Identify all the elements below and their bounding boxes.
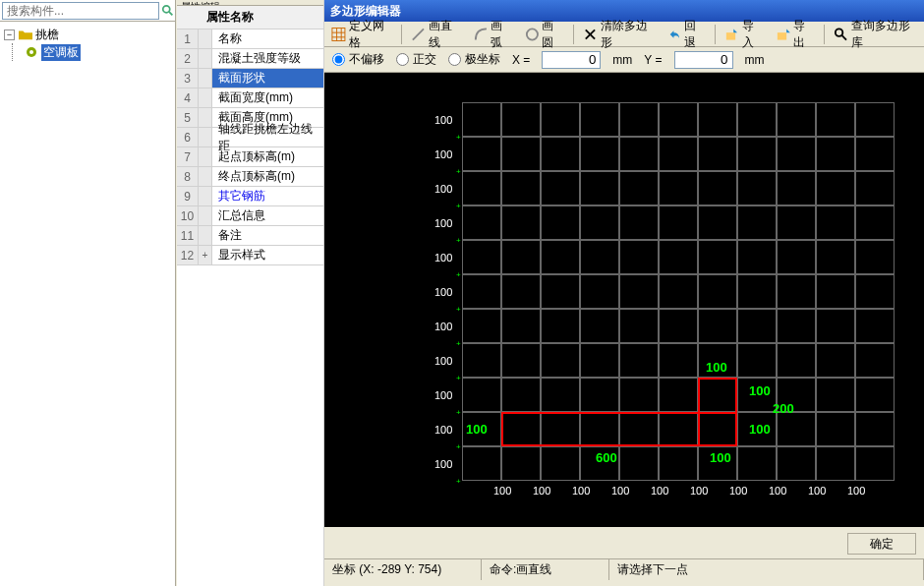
row-number: 1 <box>177 29 199 48</box>
tree-child[interactable]: 空调板 <box>25 43 175 61</box>
status-cmd: 命令:画直线 <box>482 559 609 580</box>
draw-arc-label: 画弧 <box>491 18 512 51</box>
polar-radio[interactable]: 极坐标 <box>448 51 500 68</box>
property-row[interactable]: 10汇总信息 <box>177 206 323 226</box>
status-prompt: 请选择下一点 <box>609 559 924 580</box>
statusbar: 坐标 (X: -289 Y: 754) 命令:画直线 请选择下一点 <box>324 558 924 580</box>
property-name: 汇总信息 <box>212 206 323 225</box>
tree-root[interactable]: − 挑檐 <box>4 26 175 43</box>
status-coord: 坐标 (X: -289 Y: 754) <box>324 559 482 580</box>
x-input[interactable] <box>542 51 601 69</box>
row-number: 8 <box>177 167 199 186</box>
gear-icon <box>25 46 38 58</box>
x-unit: mm <box>612 53 632 67</box>
property-row[interactable]: 12+显示样式 <box>177 246 323 265</box>
ok-button[interactable]: 确定 <box>847 533 916 555</box>
query-label: 查询多边形库 <box>851 18 917 51</box>
collapse-icon[interactable]: − <box>4 29 15 40</box>
folder-icon <box>19 29 32 40</box>
x-label: X = <box>512 53 530 67</box>
property-name: 备注 <box>212 226 323 245</box>
expand-icon <box>199 88 212 107</box>
circle-icon <box>525 27 540 42</box>
property-name: 截面宽度(mm) <box>212 88 323 107</box>
expand-icon <box>199 69 212 88</box>
export-icon <box>776 27 790 42</box>
y-label: Y = <box>644 53 662 67</box>
import-label: 导入 <box>742 18 764 51</box>
row-number: 11 <box>177 226 199 245</box>
export-label: 导出 <box>793 18 815 51</box>
row-number: 2 <box>177 49 199 68</box>
undo-label: 回退 <box>684 18 706 51</box>
canvas[interactable]: 100+100+100+100+100+100+100+100+100+100+… <box>324 73 924 527</box>
row-number: 12 <box>177 246 199 264</box>
export-button[interactable]: 导出 <box>773 16 818 53</box>
component-tree-panel: − 挑檐 空调板 <box>0 0 176 586</box>
row-number: 9 <box>177 187 199 205</box>
expand-icon <box>199 49 212 68</box>
property-name: 显示样式 <box>212 246 323 264</box>
property-row[interactable]: 8终点顶标高(m) <box>177 167 323 187</box>
tree-root-label: 挑檐 <box>35 27 59 43</box>
x-icon <box>583 27 598 42</box>
property-row[interactable]: 6轴线距挑檐左边线距 <box>177 128 323 147</box>
define-grid-label: 定义网格 <box>349 18 393 51</box>
property-row[interactable]: 9其它钢筋 <box>177 187 323 206</box>
property-row[interactable]: 3截面形状 <box>177 69 323 88</box>
property-row[interactable]: 7起点顶标高(m) <box>177 147 323 167</box>
property-row[interactable]: 2混凝土强度等级 <box>177 49 323 69</box>
no-offset-radio[interactable]: 不偏移 <box>332 51 384 68</box>
svg-line-9 <box>413 29 424 39</box>
property-row[interactable]: 1名称 <box>177 29 323 49</box>
y-input[interactable] <box>674 51 733 69</box>
svg-point-0 <box>163 5 170 12</box>
expand-icon <box>199 29 212 48</box>
svg-rect-4 <box>332 28 345 40</box>
ortho-radio[interactable]: 正交 <box>396 51 436 68</box>
property-name: 名称 <box>212 29 323 48</box>
row-number: 3 <box>177 69 199 88</box>
draw-arc-button[interactable]: 画弧 <box>471 16 516 53</box>
property-name: 轴线距挑檐左边线距 <box>212 128 323 146</box>
polygon-editor: 多边形编辑器 定义网格 画直线 画弧 画圆 清除多边形 回退 <box>324 0 924 586</box>
property-name: 混凝土强度等级 <box>212 49 323 68</box>
svg-line-1 <box>169 11 173 15</box>
row-number: 6 <box>177 128 199 146</box>
svg-point-3 <box>29 50 33 54</box>
search-input[interactable] <box>2 2 159 20</box>
clear-button[interactable]: 清除多边形 <box>580 16 659 53</box>
import-icon <box>724 27 739 42</box>
editor-toolbar: 定义网格 画直线 画弧 画圆 清除多边形 回退 导入 <box>324 22 924 47</box>
property-row[interactable]: 4截面宽度(mm) <box>177 88 323 108</box>
property-name: 其它钢筋 <box>212 187 323 205</box>
svg-point-15 <box>836 29 842 35</box>
expand-icon <box>199 147 212 166</box>
expand-icon <box>199 167 212 186</box>
property-row[interactable]: 11备注 <box>177 226 323 246</box>
search-bar <box>0 0 175 22</box>
query-icon <box>834 27 848 42</box>
svg-line-16 <box>842 34 847 39</box>
draw-line-button[interactable]: 画直线 <box>408 16 464 53</box>
undo-button[interactable]: 回退 <box>664 16 709 53</box>
row-number: 7 <box>177 147 199 166</box>
row-number: 5 <box>177 108 199 127</box>
expand-icon <box>199 108 212 127</box>
expand-icon[interactable]: + <box>199 246 212 264</box>
draw-circle-label: 画圆 <box>542 18 563 51</box>
svg-rect-14 <box>778 32 786 39</box>
define-grid-button[interactable]: 定义网格 <box>328 16 395 53</box>
property-header: 属性名称 <box>177 6 323 29</box>
tree-child-label: 空调板 <box>41 44 81 61</box>
query-button[interactable]: 查询多边形库 <box>831 16 920 53</box>
property-name: 起点顶标高(m) <box>212 147 323 166</box>
tree: − 挑檐 空调板 <box>0 22 175 61</box>
row-number: 4 <box>177 88 199 107</box>
arc-icon <box>474 27 489 42</box>
grid-icon <box>331 27 346 42</box>
draw-line-label: 画直线 <box>429 18 461 51</box>
import-button[interactable]: 导入 <box>722 16 767 53</box>
draw-circle-button[interactable]: 画圆 <box>522 16 567 53</box>
search-icon[interactable] <box>161 2 175 20</box>
